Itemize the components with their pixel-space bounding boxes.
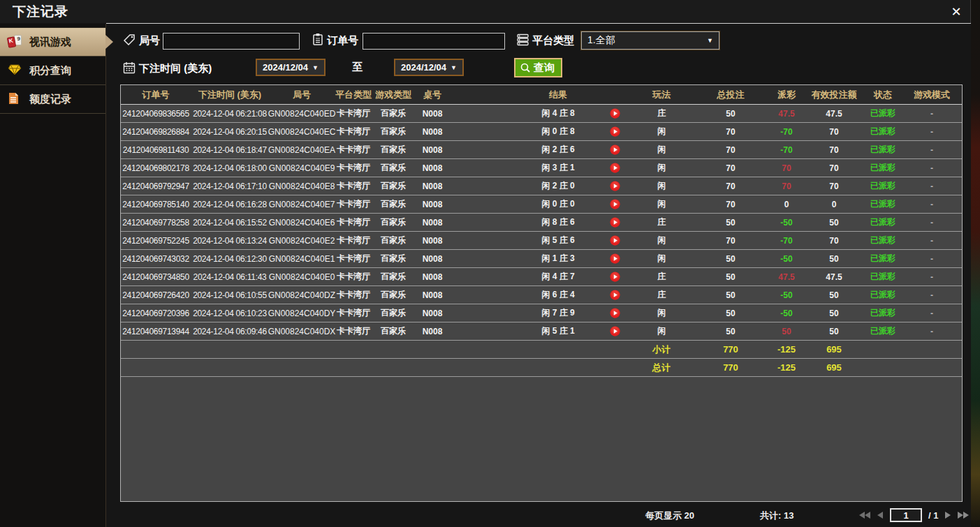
table-row: 2412040697203962024-12-04 06:10:23GN0082… [121,304,962,322]
order-no-input[interactable] [363,33,505,50]
spacer-cell [451,105,518,122]
sidebar-item-video-games[interactable]: 9K 视讯游戏 [0,27,105,57]
cell-payout: -50 [769,214,804,231]
clipboard-icon [312,33,324,45]
cell-bet: 70 [692,177,769,195]
play-video-icon[interactable] [599,232,631,249]
column-header: 玩法 [631,85,692,104]
cell-valid: 0 [804,195,864,213]
cell-round: GN00824C040E7 [269,195,335,213]
cell-platform: 卡卡湾厅 [335,286,372,304]
spacer-cell [451,177,518,195]
document-icon [8,92,23,106]
cell-round: GN00824C040DX [269,322,335,340]
cell-platform: 卡卡湾厅 [335,214,372,231]
main-content: 局号 订单号 平台类型 1.全部 ▼ [106,24,971,527]
play-video-icon[interactable] [599,268,631,285]
first-page-icon[interactable] [859,511,871,519]
date-to-picker[interactable]: 2024/12/04 ▼ [394,59,464,76]
cell-table: N008 [414,268,451,285]
cell-status: 已派彩 [864,105,902,122]
cell-game: 百家乐 [372,159,414,177]
cell-result: 闲 4 庄 7 [518,268,599,285]
cell-time: 2024-12-04 06:10:55 [191,286,269,304]
cell-time: 2024-12-04 06:21:08 [191,105,269,122]
cell-platform: 卡卡湾厅 [335,250,372,267]
table-row: 2412040697522452024-12-04 06:13:24GN0082… [121,232,962,250]
cell-game: 百家乐 [372,286,414,304]
cell-payout: 70 [769,159,804,177]
cell-payout: 70 [769,177,804,195]
cell-order_no: 241204069726420 [121,286,191,304]
cell-round: GN00824C040DY [269,304,335,322]
cell-order_no: 241204069720396 [121,304,191,322]
previous-page-icon[interactable] [877,511,884,519]
close-icon[interactable]: ✕ [947,3,965,21]
cell-play: 庄 [631,105,692,122]
play-video-icon[interactable] [599,123,631,140]
cell-platform: 卡卡湾厅 [335,105,372,122]
cell-order_no: 241204069713944 [121,322,191,340]
cell-payout: -70 [769,123,804,140]
bet-time-label: 下注时间 (美东) [139,62,212,75]
cell-payout: 0 [769,195,804,213]
play-video-icon[interactable] [599,322,631,340]
spacer-cell [451,304,518,322]
betting-record-modal: 下注记录 ✕ 9K 视讯游戏 积分查询 [0,0,971,527]
table-row: 2412040697430322024-12-04 06:12:30GN0082… [121,250,962,268]
cell-platform: 卡卡湾厅 [335,322,372,340]
cell-valid: 70 [804,159,864,177]
play-video-icon[interactable] [599,141,631,158]
cell-mode: - [902,177,962,195]
cell-game: 百家乐 [372,177,414,195]
cell-game: 百家乐 [372,123,414,140]
play-video-icon[interactable] [599,214,631,231]
play-video-icon[interactable] [599,250,631,267]
search-button[interactable]: 查询 [514,58,562,77]
cell-play: 闲 [631,177,692,195]
cell-table: N008 [414,141,451,158]
bet-records-table: 订单号下注时间 (美东)局号平台类型游戏类型桌号结果玩法总投注派彩有效投注额状态… [120,84,963,502]
cell-status: 已派彩 [864,141,902,158]
cell-round: GN00824C040E8 [269,177,335,195]
sidebar-item-label: 额度记录 [29,93,71,106]
play-video-icon[interactable] [599,177,631,195]
play-video-icon[interactable] [599,105,631,122]
cell-time: 2024-12-04 06:17:10 [191,177,269,195]
subtotal-valid-bet: 695 [804,341,864,358]
subtotal-row: 小计 770 -125 695 [121,341,962,359]
cell-result: 闲 0 庄 0 [518,195,599,213]
column-header-spacer [451,85,518,104]
chevron-down-icon: ▼ [451,64,457,71]
page-number-input[interactable]: 1 [890,508,922,522]
last-page-icon[interactable] [957,511,969,519]
cell-valid: 70 [804,177,864,195]
cell-valid: 50 [804,250,864,267]
cell-mode: - [902,123,962,140]
column-header: 游戏模式 [902,85,962,104]
cell-valid: 70 [804,123,864,140]
next-page-icon[interactable] [944,511,951,519]
sidebar-item-points-query[interactable]: 积分查询 [0,57,105,85]
platform-type-select[interactable]: 1.全部 ▼ [581,31,719,50]
search-icon [520,62,531,73]
cell-table: N008 [414,123,451,140]
cell-valid: 50 [804,214,864,231]
cell-bet: 50 [692,304,769,322]
cell-game: 百家乐 [372,195,414,213]
play-video-icon[interactable] [599,286,631,304]
cell-payout: 50 [769,322,804,340]
play-video-icon[interactable] [599,304,631,322]
cell-time: 2024-12-04 06:11:43 [191,268,269,285]
cell-game: 百家乐 [372,322,414,340]
cell-order_no: 241204069734850 [121,268,191,285]
play-video-icon[interactable] [599,195,631,213]
sidebar-item-quota-records[interactable]: 额度记录 [0,85,105,114]
cell-result: 闲 2 庄 0 [518,177,599,195]
cell-table: N008 [414,177,451,195]
date-from-picker[interactable]: 2024/12/04 ▼ [256,59,326,76]
play-video-icon[interactable] [599,159,631,177]
round-no-input[interactable] [163,33,300,50]
cell-valid: 50 [804,322,864,340]
subtotal-total-bet: 770 [692,341,769,358]
